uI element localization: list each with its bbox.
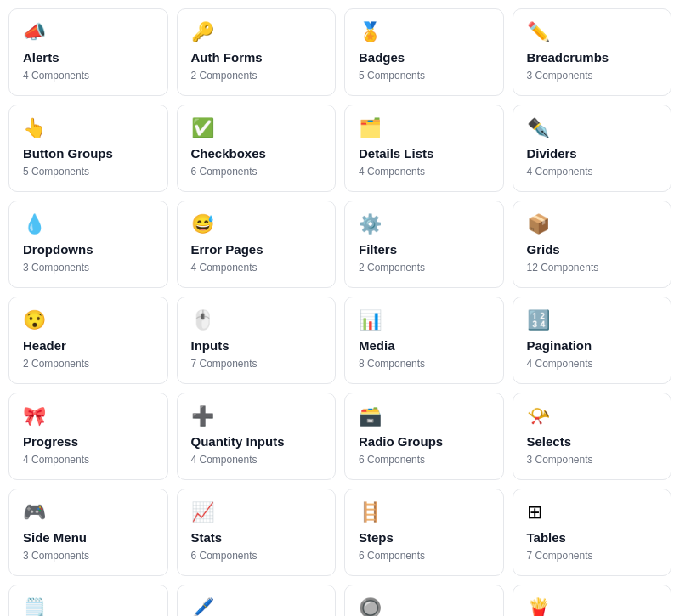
card-subtitle-side-menu: 3 Components — [23, 550, 154, 562]
card-title-selects: Selects — [527, 434, 658, 449]
card-toggles[interactable]: 🔘Toggles4 Components — [344, 585, 504, 616]
card-subtitle-dropdowns: 3 Components — [23, 262, 154, 274]
card-title-radio-groups: Radio Groups — [359, 434, 490, 449]
card-subtitle-media: 8 Components — [359, 358, 490, 370]
card-subtitle-grids: 12 Components — [527, 262, 658, 274]
card-subtitle-selects: 3 Components — [527, 454, 658, 466]
card-title-side-menu: Side Menu — [23, 530, 154, 545]
card-subtitle-dividers: 4 Components — [527, 166, 658, 178]
card-subtitle-stats: 6 Components — [191, 550, 322, 562]
card-subtitle-tables: 7 Components — [527, 550, 658, 562]
card-stats[interactable]: 📈Stats6 Components — [177, 489, 337, 576]
card-subtitle-progress: 4 Components — [23, 454, 154, 466]
card-icon-grids: 📦 — [527, 215, 658, 234]
card-icon-breadcrumbs: ✏️ — [527, 23, 658, 42]
card-subtitle-checkboxes: 6 Components — [191, 166, 322, 178]
card-icon-auth-forms: 🔑 — [191, 23, 322, 42]
card-title-header: Header — [23, 338, 154, 353]
card-icon-progress: 🎀 — [23, 407, 154, 426]
card-subtitle-button-groups: 5 Components — [23, 166, 154, 178]
card-radio-groups[interactable]: 🗃️Radio Groups6 Components — [344, 393, 504, 480]
card-title-badges: Badges — [359, 50, 490, 65]
card-icon-tabs: 🗒️ — [23, 599, 154, 616]
card-icon-tables: ⊞ — [527, 503, 658, 522]
card-icon-stats: 📈 — [191, 503, 322, 522]
card-title-alerts: Alerts — [23, 50, 154, 65]
card-icon-quantity-inputs: ➕ — [191, 407, 322, 426]
card-title-progress: Progress — [23, 434, 154, 449]
card-title-media: Media — [359, 338, 490, 353]
card-title-tables: Tables — [527, 530, 658, 545]
card-icon-textareas: 🖊️ — [191, 599, 322, 616]
card-filters[interactable]: ⚙️Filters2 Components — [344, 201, 504, 288]
card-title-breadcrumbs: Breadcrumbs — [527, 50, 658, 65]
card-title-checkboxes: Checkboxes — [191, 146, 322, 161]
card-icon-error-pages: 😅 — [191, 215, 322, 234]
card-details-lists[interactable]: 🗂️Details Lists4 Components — [344, 105, 504, 192]
card-subtitle-breadcrumbs: 3 Components — [527, 70, 658, 82]
card-icon-header: 😯 — [23, 311, 154, 330]
card-title-dropdowns: Dropdowns — [23, 242, 154, 257]
card-steps[interactable]: 🪜Steps6 Components — [344, 489, 504, 576]
card-subtitle-badges: 5 Components — [359, 70, 490, 82]
card-icon-button-groups: 👆 — [23, 119, 154, 138]
card-title-details-lists: Details Lists — [359, 146, 490, 161]
card-icon-dividers: ✒️ — [527, 119, 658, 138]
card-alerts[interactable]: 📣Alerts4 Components — [8, 8, 168, 96]
card-title-steps: Steps — [359, 530, 490, 545]
card-subtitle-steps: 6 Components — [359, 550, 490, 562]
card-icon-media: 📊 — [359, 311, 490, 330]
card-icon-toggles: 🔘 — [359, 599, 490, 616]
card-subtitle-pagination: 4 Components — [527, 358, 658, 370]
card-icon-pagination: 🔢 — [527, 311, 658, 330]
card-pagination[interactable]: 🔢Pagination4 Components — [513, 297, 672, 384]
card-inputs[interactable]: 🖱️Inputs7 Components — [177, 297, 337, 384]
card-icon-checkboxes: ✅ — [191, 119, 322, 138]
card-icon-filters: ⚙️ — [359, 215, 490, 234]
card-subtitle-header: 2 Components — [23, 358, 154, 370]
card-title-error-pages: Error Pages — [191, 242, 322, 257]
card-icon-dropdowns: 💧 — [23, 215, 154, 234]
card-media[interactable]: 📊Media8 Components — [344, 297, 504, 384]
card-icon-radio-groups: 🗃️ — [359, 407, 490, 426]
card-vertical-menu[interactable]: 🍟Vertical Menu9 Components — [513, 585, 672, 616]
component-grid: 📣Alerts4 Components🔑Auth Forms2 Componen… — [8, 8, 672, 616]
card-subtitle-quantity-inputs: 4 Components — [191, 454, 322, 466]
card-side-menu[interactable]: 🎮Side Menu3 Components — [8, 489, 168, 576]
card-title-stats: Stats — [191, 530, 322, 545]
card-title-inputs: Inputs — [191, 338, 322, 353]
card-dividers[interactable]: ✒️Dividers4 Components — [513, 105, 672, 192]
card-title-pagination: Pagination — [527, 338, 658, 353]
card-error-pages[interactable]: 😅Error Pages4 Components — [177, 201, 337, 288]
card-quantity-inputs[interactable]: ➕Quantity Inputs4 Components — [177, 393, 337, 480]
card-button-groups[interactable]: 👆Button Groups5 Components — [8, 105, 168, 192]
card-subtitle-radio-groups: 6 Components — [359, 454, 490, 466]
card-breadcrumbs[interactable]: ✏️Breadcrumbs3 Components — [513, 8, 672, 96]
card-icon-inputs: 🖱️ — [191, 311, 322, 330]
card-subtitle-inputs: 7 Components — [191, 358, 322, 370]
card-selects[interactable]: 📯Selects3 Components — [513, 393, 672, 480]
card-progress[interactable]: 🎀Progress4 Components — [8, 393, 168, 480]
card-tables[interactable]: ⊞Tables7 Components — [513, 489, 672, 576]
card-tabs[interactable]: 🗒️Tabs4 Components — [8, 585, 168, 616]
card-icon-selects: 📯 — [527, 407, 658, 426]
card-icon-steps: 🪜 — [359, 503, 490, 522]
card-icon-alerts: 📣 — [23, 23, 154, 42]
card-dropdowns[interactable]: 💧Dropdowns3 Components — [8, 201, 168, 288]
card-auth-forms[interactable]: 🔑Auth Forms2 Components — [177, 8, 337, 96]
card-title-filters: Filters — [359, 242, 490, 257]
card-subtitle-alerts: 4 Components — [23, 70, 154, 82]
card-icon-details-lists: 🗂️ — [359, 119, 490, 138]
card-subtitle-auth-forms: 2 Components — [191, 70, 322, 82]
card-subtitle-filters: 2 Components — [359, 262, 490, 274]
card-header[interactable]: 😯Header2 Components — [8, 297, 168, 384]
card-icon-badges: 🏅 — [359, 23, 490, 42]
card-title-quantity-inputs: Quantity Inputs — [191, 434, 322, 449]
card-title-grids: Grids — [527, 242, 658, 257]
card-checkboxes[interactable]: ✅Checkboxes6 Components — [177, 105, 337, 192]
card-grids[interactable]: 📦Grids12 Components — [513, 201, 672, 288]
card-icon-vertical-menu: 🍟 — [527, 599, 658, 616]
card-icon-side-menu: 🎮 — [23, 503, 154, 522]
card-badges[interactable]: 🏅Badges5 Components — [344, 8, 504, 96]
card-textareas[interactable]: 🖊️Textareas3 Components — [177, 585, 337, 616]
